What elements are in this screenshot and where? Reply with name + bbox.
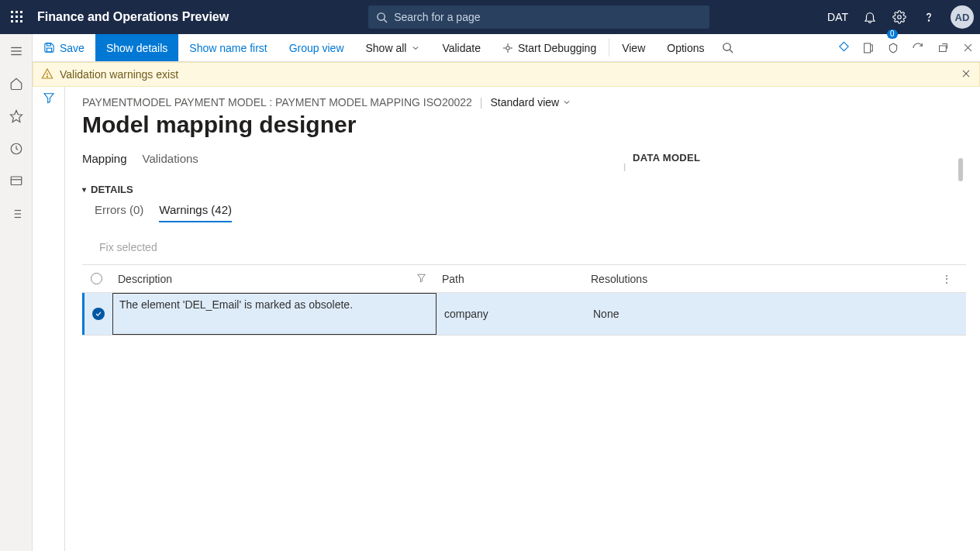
warning-banner: Validation warnings exist (33, 62, 980, 87)
row-checkbox-checked[interactable] (92, 308, 105, 320)
tab-warnings[interactable]: Warnings (42) (159, 203, 232, 222)
drag-handle-icon[interactable]: || (623, 163, 624, 171)
warnings-table: Description Path Resolutions ⋮ (82, 264, 966, 336)
description-cell-input[interactable]: The element 'DEL_Email' is marked as obs… (112, 293, 437, 335)
svg-rect-5 (20, 15, 22, 18)
app-title: Finance and Operations Preview (37, 10, 229, 24)
details-toggle[interactable]: ▾ DETAILS (82, 184, 617, 195)
svg-point-12 (928, 20, 929, 21)
svg-point-11 (898, 15, 902, 19)
save-button[interactable]: Save (33, 34, 95, 61)
show-name-first-button[interactable]: Show name first (178, 34, 278, 61)
app-launcher-icon[interactable] (6, 6, 28, 28)
close-icon[interactable] (955, 34, 980, 61)
svg-marker-43 (44, 94, 53, 103)
home-icon[interactable] (5, 73, 27, 95)
scrollbar-thumb[interactable] (958, 158, 963, 181)
avatar[interactable]: AD (951, 5, 974, 29)
search-placeholder: Search for a page (394, 11, 480, 23)
svg-rect-0 (11, 11, 13, 13)
select-all-checkbox[interactable] (91, 273, 102, 284)
group-view-button[interactable]: Group view (278, 34, 355, 61)
col-description[interactable]: Description (110, 267, 434, 291)
svg-rect-6 (11, 20, 13, 22)
banner-close-icon[interactable] (961, 68, 971, 81)
svg-line-34 (730, 50, 733, 53)
banner-text: Validation warnings exist (60, 68, 178, 81)
top-navbar: Finance and Operations Preview Search fo… (0, 0, 980, 34)
save-label: Save (60, 42, 85, 54)
svg-point-40 (47, 76, 47, 77)
svg-point-33 (723, 43, 730, 50)
chevron-down-icon (411, 43, 420, 53)
workspace-icon[interactable] (5, 170, 27, 192)
warning-icon (41, 67, 53, 82)
filter-column (33, 87, 65, 551)
start-debugging-button[interactable]: Start Debugging (492, 34, 607, 61)
svg-point-9 (378, 12, 385, 19)
detail-tabs: Errors (0) Warnings (42) (95, 203, 617, 222)
view-selector[interactable]: Standard view (490, 96, 571, 108)
svg-line-10 (385, 19, 388, 22)
svg-rect-3 (11, 15, 13, 18)
breadcrumb: PAYMENTMODEL PAYMENT MODEL : PAYMENT MOD… (82, 96, 966, 108)
attachment-icon[interactable] (831, 34, 856, 61)
funnel-icon[interactable] (43, 91, 55, 551)
svg-point-28 (506, 46, 510, 50)
table-row[interactable]: The element 'DEL_Email' is marked as obs… (82, 293, 966, 335)
action-bar: Save Show details Show name first Group … (33, 34, 980, 62)
primary-tabs: Mapping Validations (82, 152, 617, 168)
svg-rect-1 (16, 11, 18, 13)
fix-selected-button: Fix selected (99, 241, 966, 253)
tab-mapping[interactable]: Mapping (82, 152, 127, 168)
popout-icon[interactable] (930, 34, 955, 61)
company-code[interactable]: DAT (827, 11, 848, 23)
search-input[interactable]: Search for a page (368, 5, 709, 29)
svg-rect-36 (939, 46, 946, 52)
breadcrumb-text: PAYMENTMODEL PAYMENT MODEL : PAYMENT MOD… (82, 96, 472, 108)
show-all-button[interactable]: Show all (355, 34, 432, 61)
badge-icon[interactable]: 0 (881, 34, 906, 61)
details-label: DETAILS (91, 184, 133, 195)
col-resolutions-label: Resolutions (591, 273, 647, 285)
more-columns-icon[interactable]: ⋮ (941, 273, 958, 285)
svg-rect-35 (864, 43, 871, 53)
view-label: Standard view (490, 96, 559, 108)
svg-rect-4 (16, 15, 18, 18)
refresh-icon[interactable] (906, 34, 930, 61)
options-button[interactable]: Options (656, 34, 715, 61)
validate-button[interactable]: Validate (431, 34, 492, 61)
show-all-label: Show all (366, 42, 407, 54)
bell-icon[interactable] (862, 9, 878, 25)
hamburger-icon[interactable] (5, 40, 27, 62)
clock-icon[interactable] (5, 138, 27, 160)
search-action-icon[interactable] (716, 34, 740, 61)
debug-icon (502, 43, 513, 53)
col-description-label: Description (118, 273, 172, 285)
modules-icon[interactable] (5, 203, 27, 225)
office-icon[interactable] (856, 34, 881, 61)
page-title: Model mapping designer (82, 112, 966, 138)
left-nav-rail (0, 34, 33, 551)
col-resolutions[interactable]: Resolutions ⋮ (583, 267, 966, 291)
table-header: Description Path Resolutions ⋮ (82, 265, 966, 293)
svg-rect-27 (47, 48, 51, 52)
svg-rect-7 (16, 20, 18, 22)
view-button[interactable]: View (611, 34, 656, 61)
svg-marker-44 (418, 274, 426, 282)
star-icon[interactable] (5, 105, 27, 127)
badge-count: 0 (887, 29, 898, 39)
help-icon[interactable] (921, 9, 937, 25)
show-details-button[interactable]: Show details (95, 34, 178, 61)
col-path[interactable]: Path (434, 267, 583, 291)
svg-marker-16 (10, 111, 22, 122)
tab-errors[interactable]: Errors (0) (95, 203, 143, 222)
tab-validations[interactable]: Validations (143, 152, 198, 168)
start-debugging-label: Start Debugging (518, 42, 596, 54)
chevron-down-icon (562, 98, 571, 107)
data-model-heading: DATA MODEL (633, 152, 700, 164)
resolutions-cell: None (585, 293, 966, 335)
svg-rect-8 (20, 20, 22, 22)
gear-icon[interactable] (892, 9, 907, 25)
filter-icon[interactable] (416, 273, 426, 285)
